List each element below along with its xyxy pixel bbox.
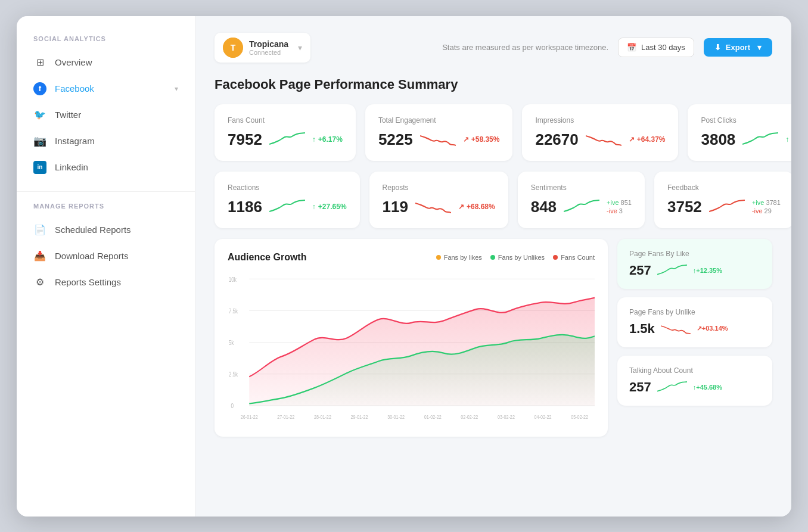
export-button[interactable]: ⬇ Export ▾: [704, 38, 772, 57]
legend-item: Fans by likes: [436, 254, 482, 261]
svg-text:02-02-22: 02-02-22: [461, 414, 478, 420]
extra-neg: -ive 29: [752, 207, 781, 214]
sidebar: SOCIAL ANALYTICS ⊞OverviewfFacebook▾🐦Twi…: [17, 16, 195, 517]
sidebar-item-download[interactable]: 📥Download Reports: [17, 243, 195, 269]
stats-row1: Fans Count7952↑+6.17%Total Engagement522…: [215, 104, 772, 161]
stat-card-sentiments: Sentiments848+ive 851-ive 3: [518, 172, 645, 228]
right-metrics: Page Fans By Like257↑+12.35%Page Fans by…: [617, 239, 772, 437]
stat-trend: ↑+27.65%: [312, 203, 347, 211]
stat-value-row: 22670↗+64.37%: [535, 130, 665, 149]
legend-label: Fans by Unlikes: [498, 254, 545, 261]
sidebar-item-twitter[interactable]: 🐦Twitter: [17, 102, 195, 128]
extra-pos: +ive 3781: [752, 199, 781, 206]
metric-label: Page Fans by Unlike: [629, 308, 760, 316]
stat-value-row: 7952↑+6.17%: [228, 130, 343, 149]
chart-legend: Fans by likesFans by UnlikesFans Count: [436, 254, 595, 261]
brand-selector-chevron: ▾: [298, 43, 302, 52]
svg-text:28-01-22: 28-01-22: [314, 414, 331, 420]
date-range-button[interactable]: 📅 Last 30 days: [618, 38, 694, 57]
extra-neg: -ive 3: [607, 207, 632, 214]
stat-value-row: 5225↗+58.35%: [378, 130, 500, 149]
stat-label: Feedback: [667, 183, 781, 192]
metric-value-row: 1.5k↗+03.14%: [629, 321, 760, 337]
sidebar-item-facebook[interactable]: fFacebook▾: [17, 76, 195, 102]
stat-card-feedback: Feedback3752+ive 3781-ive 29: [654, 172, 791, 228]
metric-trend: ↑+45.68%: [693, 384, 722, 391]
brand-info: Tropicana Connected: [249, 39, 288, 56]
brand-selector[interactable]: T Tropicana Connected ▾: [215, 33, 310, 63]
metric-card-talking-about: Talking About Count257↑+45.68%: [617, 356, 772, 406]
download-icon: 📥: [33, 250, 46, 263]
sidebar-item-linkedin[interactable]: inLinkedin: [17, 154, 195, 181]
sparkline: [586, 131, 621, 148]
sidebar-divider: [17, 191, 195, 192]
stat-label: Reposts: [383, 183, 495, 192]
stat-trend: ↑+6.17%: [312, 135, 343, 144]
overview-icon: ⊞: [33, 56, 46, 69]
stat-value: 5225: [378, 130, 413, 149]
sidebar-item-instagram[interactable]: 📷Instagram: [17, 128, 195, 154]
svg-text:2.5k: 2.5k: [229, 371, 238, 378]
sidebar-label-settings: Reports Settings: [55, 277, 121, 287]
section-analytics-label: SOCIAL ANALYTICS: [17, 35, 195, 49]
sparkline: [415, 198, 451, 215]
stat-value-row: 119↗+68.68%: [383, 198, 495, 216]
section-reports-label: MANAGE REPORTS: [17, 203, 195, 217]
stat-trend: ↗+64.37%: [629, 135, 666, 144]
trend-arrow: ↗: [463, 135, 469, 144]
legend-dot: [436, 255, 441, 260]
svg-text:10k: 10k: [229, 276, 237, 282]
export-chevron: ▾: [757, 43, 762, 52]
scheduled-icon: 📄: [33, 223, 46, 237]
stat-value-row: 3808↑+31.25%: [701, 130, 791, 149]
sidebar-label-instagram: Instagram: [55, 136, 95, 146]
stat-value-row: 848+ive 851-ive 3: [531, 198, 632, 216]
stat-card-total-engagement: Total Engagement5225↗+58.35%: [365, 104, 513, 161]
trend-arrow: ↗: [458, 203, 464, 211]
metric-sparkline: [657, 380, 687, 394]
stat-value: 3752: [667, 198, 702, 216]
svg-text:T: T: [231, 43, 236, 52]
stat-trend: ↗+68.68%: [458, 203, 495, 211]
sidebar-label-linkedin: Linkedin: [55, 162, 88, 172]
metric-value: 257: [629, 263, 651, 278]
stat-card-fans-count: Fans Count7952↑+6.17%: [215, 104, 356, 161]
metric-card-page-fans-unlike: Page Fans by Unlike1.5k↗+03.14%: [617, 297, 772, 347]
page-title: Facebook Page Performance Summary: [215, 77, 772, 92]
svg-text:30-01-22: 30-01-22: [387, 414, 405, 420]
stat-label: Sentiments: [531, 183, 632, 192]
stat-label: Fans Count: [228, 116, 343, 125]
sidebar-reports: 📄Scheduled Reports📥Download Reports⚙Repo…: [17, 217, 195, 295]
trend-arrow: ↑: [785, 135, 789, 144]
sparkline: [564, 198, 599, 215]
legend-label: Fans by likes: [444, 254, 482, 261]
legend-dot: [553, 255, 558, 260]
stat-label: Reactions: [228, 183, 347, 192]
metric-sparkline: [657, 263, 687, 278]
sparkline: [269, 131, 305, 148]
svg-text:5k: 5k: [229, 340, 234, 346]
metric-trend: ↑+12.35%: [693, 267, 722, 274]
calendar-icon: 📅: [627, 43, 636, 52]
metric-value: 257: [629, 379, 651, 395]
sidebar-item-settings[interactable]: ⚙Reports Settings: [17, 269, 195, 295]
extra-pos: +ive 851: [607, 199, 632, 206]
sidebar-label-facebook: Facebook: [55, 83, 94, 94]
stat-value-row: 1186↑+27.65%: [228, 198, 347, 216]
sidebar-nav: ⊞OverviewfFacebook▾🐦Twitter📷InstagraminL…: [17, 49, 195, 181]
timezone-note: Stats are measured as per workspace time…: [442, 43, 608, 52]
sidebar-item-scheduled[interactable]: 📄Scheduled Reports: [17, 217, 195, 243]
main-header: T Tropicana Connected ▾ Stats are measur…: [215, 33, 772, 63]
twitter-icon: 🐦: [33, 108, 46, 122]
sidebar-label-scheduled: Scheduled Reports: [55, 225, 131, 235]
svg-text:01-02-22: 01-02-22: [424, 414, 442, 420]
audience-growth-card: Audience Growth Fans by likesFans by Unl…: [215, 239, 608, 437]
stats-row2: Reactions1186↑+27.65%Reposts119↗+68.68%S…: [215, 172, 772, 228]
trend-arrow: ↑: [312, 203, 316, 211]
stat-trend: ↗+58.35%: [463, 135, 500, 144]
metric-label: Page Fans By Like: [629, 250, 760, 258]
sidebar-item-overview[interactable]: ⊞Overview: [17, 49, 195, 76]
export-icon: ⬇: [714, 43, 721, 52]
sidebar-label-overview: Overview: [55, 57, 92, 67]
stat-card-reposts: Reposts119↗+68.68%: [369, 172, 508, 228]
